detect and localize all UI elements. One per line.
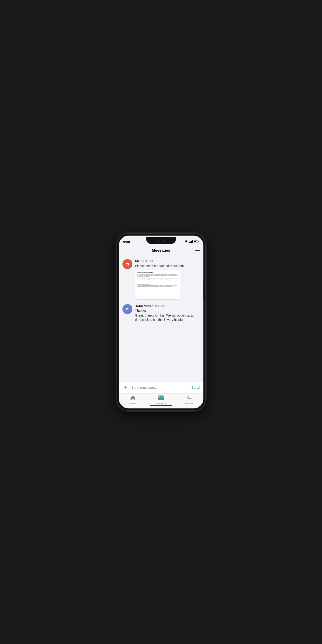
doc-title: Title number / Rhif teitl CYM33847 xyxy=(137,272,178,273)
svg-rect-7 xyxy=(158,396,164,400)
message-text-me: Please see the attached document. xyxy=(135,264,200,268)
side-button-2 xyxy=(205,289,205,300)
menu-button[interactable] xyxy=(195,249,200,252)
message-header-john: John Smith 9:41 AM xyxy=(135,304,200,308)
document-attachment[interactable]: Title number / Rhif teitl CYM33847 This … xyxy=(135,270,180,300)
message-input[interactable] xyxy=(132,386,189,390)
add-attachment-button[interactable]: + xyxy=(122,384,129,390)
phone-screen: 9:00 xyxy=(119,236,204,408)
message-item-me: CI Me 10:36 AM → Please see the attached… xyxy=(122,259,200,300)
home-icon xyxy=(130,395,136,402)
doc-body: This is a copy of the register of the ti… xyxy=(137,274,178,288)
svg-rect-3 xyxy=(192,240,193,243)
battery-icon xyxy=(194,240,199,243)
message-item-john: JS John Smith 9:41 AM Thanks Great, than… xyxy=(122,304,200,322)
input-area: + Send xyxy=(119,381,204,393)
svg-rect-2 xyxy=(191,241,192,243)
message-subject-john: Thanks xyxy=(135,309,200,312)
messaging-icon xyxy=(158,395,164,402)
svg-rect-0 xyxy=(189,242,190,243)
svg-rect-5 xyxy=(198,241,198,242)
menu-line-2 xyxy=(195,250,200,251)
status-time: 9:00 xyxy=(123,240,130,244)
side-button-1 xyxy=(205,274,205,286)
home-indicator xyxy=(150,405,172,406)
sender-name-me: Me xyxy=(135,259,140,263)
message-header-me: Me 10:36 AM → xyxy=(135,259,200,263)
message-time-john: 9:41 AM xyxy=(155,304,165,308)
message-text-john: Great, thanks for this. We will obtain u… xyxy=(135,314,200,322)
nav-item-home[interactable]: Home xyxy=(126,395,140,405)
page-title: Messages xyxy=(152,248,170,253)
avatar-me: CI xyxy=(122,259,132,269)
svg-rect-1 xyxy=(190,242,191,243)
front-camera xyxy=(157,240,159,242)
message-content-john: John Smith 9:41 AM Thanks Great, thanks … xyxy=(135,304,200,322)
face-id-sensor xyxy=(163,240,166,242)
menu-line-1 xyxy=(195,249,200,249)
forward-icon: → xyxy=(155,259,158,263)
nav-label-home: Home xyxy=(130,402,136,405)
message-time-me: 10:36 AM xyxy=(142,260,153,263)
wifi-icon xyxy=(184,240,188,243)
notch xyxy=(146,237,176,244)
message-content-me: Me 10:36 AM → Please see the attached do… xyxy=(135,259,200,300)
nav-item-process[interactable]: Process xyxy=(182,395,196,405)
sender-name-john: John Smith xyxy=(135,304,154,308)
menu-line-3 xyxy=(195,252,200,252)
avatar-john: JS xyxy=(122,304,132,314)
messages-list: CI Me 10:36 AM → Please see the attached… xyxy=(119,256,204,381)
red-accent-bar xyxy=(203,281,204,299)
svg-rect-6 xyxy=(194,241,196,242)
send-button[interactable]: Send xyxy=(192,386,200,390)
phone-frame: 9:00 xyxy=(117,234,205,410)
nav-item-messaging[interactable]: Messaging xyxy=(154,395,168,405)
nav-label-process: Process xyxy=(185,402,193,405)
status-icons xyxy=(184,240,199,243)
app-header: Messages xyxy=(119,246,204,256)
nav-label-messaging: Messaging xyxy=(156,402,166,405)
process-icon xyxy=(187,395,192,402)
signal-icon xyxy=(189,240,193,243)
